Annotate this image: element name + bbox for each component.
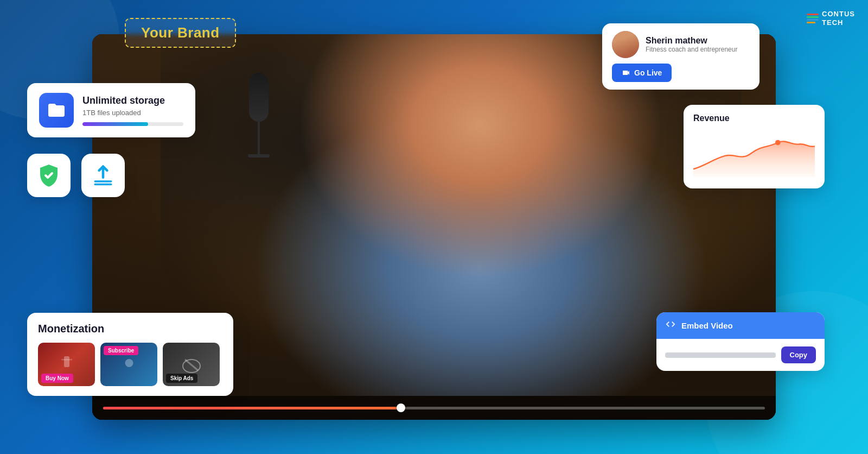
video-container: Your Brand Unlimited storage 1TB files u… [92,34,776,420]
thumb-2: Subscribe [100,343,157,386]
avatar-face [612,31,639,58]
thumb-1: Buy Now [38,343,95,386]
brand-card: Your Brand [125,18,236,48]
storage-title: Unlimited storage [82,95,183,106]
thumb-3-label: Skip Ads [166,374,197,383]
logo-text: CONTUS TECH [822,10,855,27]
upload-card[interactable] [81,154,125,197]
revenue-title: Revenue [693,114,815,123]
revenue-card: Revenue [684,105,825,188]
storage-subtitle: 1TB files uploaded [82,109,183,117]
upload-icon [91,163,115,187]
embed-header-text: Embed Video [681,321,733,330]
monetization-thumbnails: Buy Now Subscribe Skip Ads [38,343,222,386]
mic-base [248,154,270,157]
revenue-chart [693,129,815,178]
thumb-1-label: Buy Now [41,374,73,383]
profile-name: Sherin mathew [646,36,737,46]
video-progress-bar[interactable] [92,396,776,420]
chart-area [693,141,815,176]
storage-card: Unlimited storage 1TB files uploaded [27,83,195,137]
profile-details: Sherin mathew Fitness coach and entrepre… [646,36,737,53]
brand-label: Your Brand [141,24,220,41]
svg-line-5 [185,360,198,370]
microphone [242,73,275,181]
logo-bar-yellow [807,22,815,23]
profile-info: Sherin mathew Fitness coach and entrepre… [612,31,750,58]
logo-bar-red [807,14,819,15]
folder-icon [47,100,66,120]
storage-icon-wrapper [39,93,74,128]
code-icon [665,319,676,332]
logo-container: CONTUS TECH [807,10,855,27]
storage-bar-fill [82,122,148,126]
progress-thumb[interactable] [397,403,405,412]
thumb-2-label: Subscribe [104,346,138,355]
security-card [27,154,71,197]
mic-body [249,73,269,122]
embed-icon [665,319,676,330]
thumb-1-graphic [59,354,75,375]
copy-button[interactable]: Copy [781,346,816,363]
profile-card: Sherin mathew Fitness coach and entrepre… [602,23,760,90]
avatar [612,31,639,58]
shield-icon [36,162,62,188]
thumb-2-graphic [121,354,137,375]
monetization-title: Monetization [38,323,222,335]
svg-rect-0 [94,180,112,182]
monetization-card: Monetization Buy Now Subscribe [27,313,233,396]
embed-body: Copy [656,339,825,371]
embed-code-bar [665,352,776,358]
embed-video-card: Embed Video Copy [656,312,825,371]
thumb-3: Skip Ads [163,343,220,386]
progress-track[interactable] [103,407,765,409]
go-live-button[interactable]: Go Live [612,64,672,82]
embed-header: Embed Video [656,312,825,339]
svg-rect-2 [64,356,69,367]
logo-bar-blue [807,19,819,21]
mic-stand [258,119,260,157]
profile-role: Fitness coach and entrepreneur [646,46,737,53]
svg-rect-1 [94,184,112,186]
camera-icon [622,68,630,77]
storage-info: Unlimited storage 1TB files uploaded [82,95,183,126]
logo-bar-green [807,16,819,18]
svg-point-3 [125,359,133,367]
thumb-3-graphic [181,355,202,374]
chart-peak [775,140,781,146]
storage-bar-track [82,122,183,126]
logo-icon [807,14,819,23]
progress-fill [103,407,401,409]
